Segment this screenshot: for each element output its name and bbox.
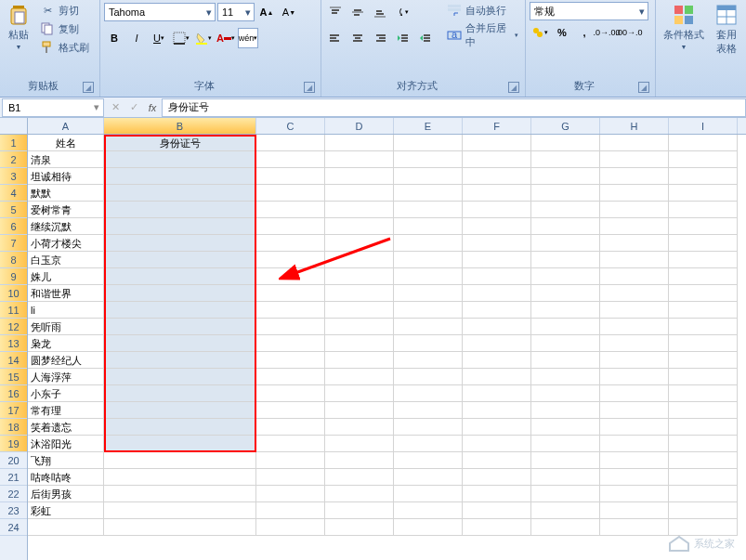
cell[interactable]: [394, 202, 463, 218]
cell[interactable]: [256, 352, 325, 369]
row-header[interactable]: 4: [0, 185, 27, 202]
col-header-H[interactable]: H: [600, 118, 669, 134]
cell[interactable]: [600, 302, 669, 319]
cell[interactable]: [256, 436, 325, 452]
cell[interactable]: [531, 385, 600, 402]
cell[interactable]: [463, 452, 531, 469]
cell[interactable]: [104, 385, 256, 402]
cell[interactable]: [669, 469, 738, 486]
fx-button[interactable]: fx: [143, 98, 162, 117]
cell[interactable]: 爱树常青: [28, 202, 104, 218]
conditional-format-button[interactable]: 条件格式▼: [660, 2, 708, 52]
font-expand[interactable]: ◢: [304, 82, 315, 93]
cell[interactable]: [325, 135, 394, 151]
cell[interactable]: [325, 486, 394, 502]
cell[interactable]: [600, 218, 669, 235]
cell[interactable]: [531, 352, 600, 369]
cell[interactable]: [104, 268, 256, 285]
align-left-button[interactable]: [325, 28, 346, 48]
cell[interactable]: [669, 385, 738, 402]
cell[interactable]: [600, 369, 669, 385]
name-box[interactable]: B1: [2, 98, 104, 117]
cell[interactable]: [463, 168, 531, 185]
cell[interactable]: [463, 352, 531, 369]
cell[interactable]: [463, 486, 531, 502]
comma-button[interactable]: ,: [574, 22, 595, 43]
row-header[interactable]: 15: [0, 369, 27, 385]
cell[interactable]: [463, 402, 531, 419]
cell[interactable]: [669, 452, 738, 469]
cell[interactable]: 咕咚咕咚: [28, 469, 104, 486]
cell[interactable]: [104, 519, 256, 536]
cell[interactable]: [256, 369, 325, 385]
cell[interactable]: [669, 352, 738, 369]
cell[interactable]: [256, 268, 325, 285]
decrease-indent-button[interactable]: [392, 28, 412, 48]
cell[interactable]: [325, 268, 394, 285]
cell[interactable]: [600, 151, 669, 168]
cell[interactable]: [600, 319, 669, 335]
cell[interactable]: [325, 502, 394, 519]
cell[interactable]: [463, 185, 531, 202]
cell[interactable]: [463, 252, 531, 268]
cell[interactable]: [325, 319, 394, 335]
cell[interactable]: [669, 135, 738, 151]
cell[interactable]: [600, 352, 669, 369]
row-header[interactable]: 2: [0, 151, 27, 168]
cell[interactable]: [600, 419, 669, 436]
cell[interactable]: [669, 436, 738, 452]
cell[interactable]: [531, 168, 600, 185]
cell[interactable]: [325, 385, 394, 402]
cell[interactable]: [463, 202, 531, 218]
font-size-select[interactable]: 11: [217, 3, 255, 21]
cell[interactable]: [531, 419, 600, 436]
cell[interactable]: [104, 436, 256, 452]
cell[interactable]: [256, 185, 325, 202]
cell[interactable]: [256, 302, 325, 319]
row-header[interactable]: 6: [0, 218, 27, 235]
cell[interactable]: [531, 369, 600, 385]
cell[interactable]: [394, 285, 463, 302]
cell[interactable]: [600, 519, 669, 536]
font-color-button[interactable]: A▾: [216, 28, 236, 48]
cell[interactable]: [256, 452, 325, 469]
cell[interactable]: [600, 252, 669, 268]
border-button[interactable]: ▾: [171, 28, 191, 48]
cell[interactable]: [104, 319, 256, 335]
decrease-decimal-button[interactable]: .00→.0: [619, 22, 639, 43]
cell[interactable]: [256, 486, 325, 502]
cell[interactable]: [104, 252, 256, 268]
align-top-button[interactable]: [325, 2, 346, 22]
cell[interactable]: [669, 486, 738, 502]
cell[interactable]: [325, 218, 394, 235]
cell[interactable]: li: [28, 302, 104, 319]
select-all-corner[interactable]: [0, 118, 28, 135]
cell[interactable]: [104, 502, 256, 519]
table-format-button[interactable]: 套用 表格: [712, 2, 741, 58]
cell[interactable]: [669, 252, 738, 268]
cell[interactable]: 沐浴阳光: [28, 436, 104, 452]
cell[interactable]: [600, 235, 669, 252]
cell[interactable]: [325, 168, 394, 185]
cell[interactable]: [325, 419, 394, 436]
italic-button[interactable]: I: [126, 28, 147, 48]
cell[interactable]: [531, 486, 600, 502]
cell[interactable]: [531, 302, 600, 319]
cell[interactable]: [256, 285, 325, 302]
col-header-I[interactable]: I: [669, 118, 738, 134]
cell[interactable]: [531, 268, 600, 285]
cell[interactable]: [600, 469, 669, 486]
number-expand[interactable]: ◢: [638, 82, 649, 93]
cell[interactable]: [104, 151, 256, 168]
cell[interactable]: 人海浮萍: [28, 369, 104, 385]
cell[interactable]: [394, 135, 463, 151]
cell[interactable]: 圆梦经纪人: [28, 352, 104, 369]
cell[interactable]: [669, 202, 738, 218]
bold-button[interactable]: B: [104, 28, 124, 48]
cell[interactable]: [256, 218, 325, 235]
phonetic-button[interactable]: wén▾: [238, 28, 258, 48]
cell[interactable]: [104, 469, 256, 486]
cell[interactable]: [531, 402, 600, 419]
col-header-C[interactable]: C: [256, 118, 325, 134]
cell[interactable]: [394, 302, 463, 319]
